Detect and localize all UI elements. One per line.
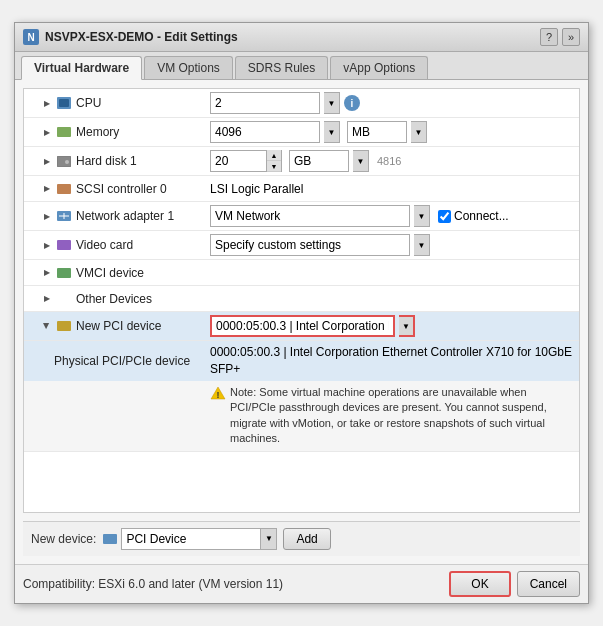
scsi-icon: [56, 183, 72, 195]
physical-pci-label: Physical PCI/PCIe device: [54, 354, 190, 368]
tab-sdrs-rules[interactable]: SDRS Rules: [235, 56, 328, 79]
vmci-row: ▶ VMCI device: [24, 260, 579, 286]
cpu-expand[interactable]: ▶: [42, 98, 52, 108]
device-type-select[interactable]: PCI Device: [121, 528, 261, 550]
empty-row: [24, 452, 579, 512]
new-pci-expand[interactable]: ▶: [42, 321, 52, 331]
network-select[interactable]: VM Network: [210, 205, 410, 227]
tab-virtual-hardware[interactable]: Virtual Hardware: [21, 56, 142, 80]
new-pci-select[interactable]: 0000:05:00.3 | Intel Corporation Ethe: [210, 315, 395, 337]
video-expand[interactable]: ▶: [42, 240, 52, 250]
scsi-label-cell: ▶ SCSI controller 0: [24, 179, 204, 199]
svg-rect-2: [57, 127, 71, 137]
title-bar: N NSVPX-ESX-DEMO - Edit Settings ? »: [15, 23, 588, 52]
vmci-expand[interactable]: ▶: [42, 268, 52, 278]
edit-settings-dialog: N NSVPX-ESX-DEMO - Edit Settings ? » Vir…: [14, 22, 589, 603]
device-type-dropdown[interactable]: ▼: [261, 528, 277, 550]
network-connect-label: Connect...: [438, 209, 509, 223]
warning-text: Note: Some virtual machine operations ar…: [230, 385, 573, 447]
harddisk-value-cell: ▲ ▼ GB ▼ 4816: [204, 147, 579, 175]
ok-button[interactable]: OK: [449, 571, 510, 597]
new-pci-icon: [56, 320, 72, 332]
memory-dropdown-arrow[interactable]: ▼: [324, 121, 340, 143]
harddisk-value-input[interactable]: [211, 152, 266, 170]
physical-pci-value-cell: 0000:05:00.3 | Intel Corporation Etherne…: [204, 341, 579, 381]
svg-rect-9: [57, 240, 71, 250]
network-icon: [56, 210, 72, 222]
cpu-info-icon[interactable]: i: [344, 95, 360, 111]
other-devices-icon: [56, 293, 72, 305]
network-expand[interactable]: ▶: [42, 211, 52, 221]
new-pci-value-cell: 0000:05:00.3 | Intel Corporation Ethe ▼: [204, 312, 579, 340]
title-bar-left: N NSVPX-ESX-DEMO - Edit Settings: [23, 29, 238, 45]
video-dropdown-arrow[interactable]: ▼: [414, 234, 430, 256]
harddisk-extra-num: 4816: [377, 155, 401, 167]
scsi-row: ▶ SCSI controller 0 LSI Logic Parallel: [24, 176, 579, 202]
cpu-label: CPU: [76, 96, 101, 110]
action-buttons: OK Cancel: [449, 571, 580, 597]
memory-select[interactable]: 4096: [210, 121, 320, 143]
add-device-button[interactable]: Add: [283, 528, 330, 550]
memory-value-cell: 4096 ▼ MB ▼: [204, 118, 579, 146]
physical-pci-description: 0000:05:00.3 | Intel Corporation Etherne…: [210, 344, 573, 378]
memory-icon: [56, 126, 72, 138]
vmci-icon: [56, 267, 72, 279]
warning-icon: !: [210, 386, 226, 447]
video-value: Specify custom settings: [215, 238, 405, 252]
new-device-bar: New device: PCI Device ▼ Add: [23, 521, 580, 556]
pin-button[interactable]: »: [562, 28, 580, 46]
other-devices-label: Other Devices: [76, 292, 152, 306]
other-devices-row: ▶ Other Devices: [24, 286, 579, 312]
vmci-label-cell: ▶ VMCI device: [24, 263, 204, 283]
title-buttons: ? »: [540, 28, 580, 46]
memory-expand[interactable]: ▶: [42, 127, 52, 137]
warning-box: ! Note: Some virtual machine operations …: [24, 381, 579, 451]
harddisk-expand[interactable]: ▶: [42, 156, 52, 166]
scsi-value-cell: LSI Logic Parallel: [204, 179, 579, 199]
new-pci-row: ▶ New PCI device 0000:05:00.3 | Intel Co…: [24, 312, 579, 341]
svg-rect-10: [57, 268, 71, 278]
memory-unit-dropdown-arrow[interactable]: ▼: [411, 121, 427, 143]
harddisk-spin-down[interactable]: ▼: [267, 161, 281, 172]
pci-device-icon: [102, 532, 118, 546]
network-label: Network adapter 1: [76, 209, 174, 223]
device-select-wrap: PCI Device ▼: [102, 528, 277, 550]
cpu-value-cell: 2 ▼ i: [204, 89, 579, 117]
video-row: ▶ Video card Specify custom settings ▼: [24, 231, 579, 260]
network-row: ▶ Network adapter 1 VM Network ▼ Connect…: [24, 202, 579, 231]
hardware-table: ▶ CPU 2 ▼ i ▶: [23, 88, 580, 512]
device-type-value: PCI Device: [126, 532, 256, 546]
network-connect-checkbox[interactable]: [438, 210, 451, 223]
other-devices-expand[interactable]: ▶: [42, 294, 52, 304]
cpu-dropdown-arrow[interactable]: ▼: [324, 92, 340, 114]
tab-vapp-options[interactable]: vApp Options: [330, 56, 428, 79]
network-value-cell: VM Network ▼ Connect...: [204, 202, 579, 230]
svg-rect-11: [57, 321, 71, 331]
svg-rect-5: [57, 184, 71, 194]
vmci-value-cell: [204, 270, 579, 276]
scsi-expand[interactable]: ▶: [42, 184, 52, 194]
new-pci-dropdown-arrow[interactable]: ▼: [399, 315, 415, 337]
harddisk-spinbox[interactable]: ▲ ▼: [210, 150, 282, 172]
harddisk-spin-up[interactable]: ▲: [267, 150, 281, 161]
new-pci-label-cell: ▶ New PCI device: [24, 316, 204, 336]
content-area: ▶ CPU 2 ▼ i ▶: [15, 80, 588, 563]
video-label: Video card: [76, 238, 133, 252]
help-button[interactable]: ?: [540, 28, 558, 46]
scsi-label: SCSI controller 0: [76, 182, 167, 196]
cancel-button[interactable]: Cancel: [517, 571, 580, 597]
physical-pci-label-cell: Physical PCI/PCIe device: [24, 351, 204, 371]
network-dropdown-arrow[interactable]: ▼: [414, 205, 430, 227]
harddisk-unit-select[interactable]: GB: [289, 150, 349, 172]
physical-pci-row: Physical PCI/PCIe device 0000:05:00.3 | …: [24, 341, 579, 451]
cpu-select[interactable]: 2: [210, 92, 320, 114]
harddisk-unit: GB: [294, 154, 344, 168]
dialog-title: NSVPX-ESX-DEMO - Edit Settings: [45, 30, 238, 44]
video-select[interactable]: Specify custom settings: [210, 234, 410, 256]
tab-vm-options[interactable]: VM Options: [144, 56, 233, 79]
compat-text: Compatibility: ESXi 6.0 and later (VM ve…: [23, 577, 283, 591]
svg-rect-14: [103, 534, 117, 544]
harddisk-unit-dropdown[interactable]: ▼: [353, 150, 369, 172]
harddisk-icon: [56, 155, 72, 167]
memory-unit-select[interactable]: MB: [347, 121, 407, 143]
